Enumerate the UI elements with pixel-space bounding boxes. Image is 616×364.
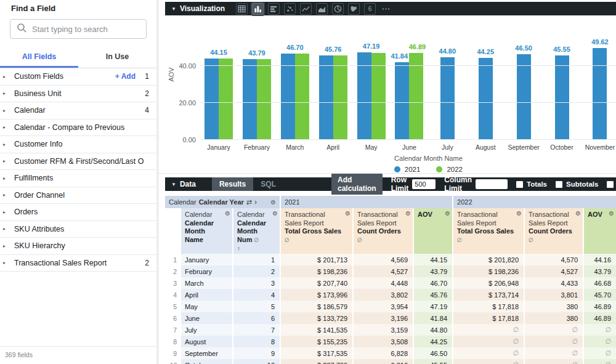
expand-arrow-icon[interactable]: ▸ (3, 74, 10, 79)
cell[interactable]: May (180, 301, 233, 312)
cell[interactable]: 8 (233, 336, 280, 347)
cell[interactable]: ∅ (524, 359, 583, 364)
cell[interactable]: 46.89 (583, 301, 616, 312)
row-totals-checkbox[interactable] (607, 181, 614, 188)
cell[interactable]: $ 17,818 (453, 312, 524, 324)
cell[interactable]: June (180, 312, 233, 324)
cell[interactable]: $ 17,818 (453, 301, 524, 312)
cell[interactable]: $ 173,996 (280, 289, 353, 301)
cell[interactable]: 7 (233, 324, 280, 336)
cell[interactable]: $ 201,713 (280, 254, 353, 265)
search-input[interactable] (32, 25, 140, 34)
cell[interactable]: 6 (233, 312, 280, 324)
cell[interactable]: 4 (233, 289, 280, 301)
cell[interactable]: 45.76 (413, 289, 453, 301)
cell[interactable]: 45.70 (583, 289, 616, 301)
add-custom-field-button[interactable]: + Add (115, 72, 136, 81)
cell[interactable]: 9 (233, 347, 280, 359)
column-limit-input[interactable] (476, 179, 508, 189)
add-calculation-button[interactable]: Add calculation (331, 174, 383, 195)
cell[interactable]: 2 (233, 265, 280, 277)
cell[interactable]: 3,159 (353, 324, 413, 336)
expand-arrow-icon[interactable]: ▸ (3, 158, 10, 164)
cell[interactable]: 4,527 (524, 265, 583, 277)
cell[interactable]: 46.50 (413, 347, 453, 359)
cell[interactable]: $ 198,236 (280, 265, 353, 277)
legend-item-2021[interactable]: 2021 (394, 166, 421, 173)
sidebar-item-fulfillments[interactable]: ▸Fulfillments (0, 170, 156, 187)
column-header-aov[interactable]: AOV⚙ (413, 208, 453, 254)
cell[interactable]: $ 141,535 (280, 324, 353, 336)
cell[interactable]: February (180, 265, 233, 277)
sidebar-item-sku-hierarchy[interactable]: ▸SKU Hierarchy (0, 238, 156, 255)
sidebar-item-calendar-compare-to-previous[interactable]: ▸Calendar - Compare to Previous (0, 119, 156, 137)
bar-2021-april[interactable] (319, 55, 333, 140)
sidebar-item-orders[interactable]: ▸Orders (0, 204, 156, 221)
cell[interactable]: 41.84 (413, 312, 453, 324)
cell[interactable]: $ 317,535 (280, 347, 353, 359)
cell[interactable]: 44.25 (413, 336, 453, 347)
viz-type-bar-icon[interactable] (268, 3, 280, 15)
cell[interactable]: 44.16 (583, 254, 616, 265)
expand-arrow-icon[interactable]: ▸ (3, 209, 10, 215)
cell[interactable]: 1 (233, 254, 280, 265)
cell[interactable]: 4,527 (353, 265, 413, 277)
column-header-calendar-month-name[interactable]: CalendarCalendar Month Name⚙ (180, 208, 233, 254)
cell[interactable]: ∅ (524, 324, 583, 336)
bar-2021-october[interactable] (555, 55, 569, 140)
row-limit-input[interactable] (412, 179, 436, 189)
cell[interactable]: July (180, 324, 233, 336)
column-gear-icon[interactable]: ⚙ (272, 210, 278, 217)
expand-arrow-icon[interactable]: ▸ (3, 91, 10, 96)
expand-arrow-icon[interactable]: ▸ (3, 124, 10, 130)
cell[interactable]: 4,433 (524, 277, 583, 289)
column-gear-icon[interactable]: ⚙ (225, 210, 230, 217)
sidebar-item-calendar[interactable]: ▸Calendar4 (0, 102, 156, 119)
cell[interactable]: April (180, 289, 233, 301)
viz-type-more-icon[interactable] (380, 3, 392, 15)
viz-type-scatter-icon[interactable] (284, 3, 296, 15)
cell[interactable]: ∅ (583, 324, 616, 336)
cell[interactable]: 3 (233, 277, 280, 289)
cell[interactable]: 5 (233, 301, 280, 312)
expand-arrow-icon[interactable]: ▸ (3, 108, 10, 113)
cell[interactable]: ∅ (583, 347, 616, 359)
sidebar-item-transactional-sales-report[interactable]: ▸Transactional Sales Report2 (0, 255, 156, 272)
viz-type-area-icon[interactable] (316, 3, 328, 15)
column-gear-icon[interactable]: ⚙ (575, 210, 581, 217)
bar-2021-june[interactable] (395, 62, 409, 140)
bar-2021-january[interactable] (205, 59, 219, 140)
cell[interactable]: 3,196 (353, 312, 413, 324)
sort-ascending-icon[interactable]: ↑ (237, 245, 271, 252)
tab-results[interactable]: Results (212, 177, 253, 191)
cell[interactable]: ∅ (453, 324, 524, 336)
cell[interactable]: ∅ (524, 347, 583, 359)
expand-arrow-icon[interactable]: ▸ (3, 260, 10, 265)
viz-type-single-value-icon[interactable]: 6 (364, 3, 376, 15)
viz-type-map-icon[interactable] (348, 3, 360, 15)
expand-arrow-icon[interactable]: ▸ (3, 192, 10, 198)
cell[interactable]: 44.80 (413, 324, 453, 336)
legend-item-2022[interactable]: 2022 (436, 166, 463, 173)
column-header-count-orders[interactable]: Transactional Sales ReportCount Orders ∅… (524, 208, 583, 254)
cell[interactable]: 380 (524, 301, 583, 312)
cell[interactable]: 3,802 (353, 289, 413, 301)
cell[interactable]: 46.89 (583, 312, 616, 324)
subtotals-checkbox-label[interactable]: Subtotals (566, 180, 598, 188)
data-toolbar-title[interactable]: Data (180, 180, 196, 188)
cell[interactable]: 4,570 (524, 254, 583, 265)
visualization-toolbar-title[interactable]: Visualization (180, 4, 225, 13)
column-gear-icon[interactable]: ⚙ (345, 210, 351, 217)
pivot-header-calendar-year[interactable]: Calendar Calendar Year ⇄ › ⚙ (165, 196, 280, 208)
column-header-total-gross-sales[interactable]: Transactional Sales ReportTotal Gross Sa… (280, 208, 353, 254)
bar-2021-september[interactable] (517, 54, 531, 140)
column-header-total-gross-sales[interactable]: Transactional Sales ReportTotal Gross Sa… (453, 208, 524, 254)
chevron-right-icon[interactable]: › (254, 198, 257, 206)
cell[interactable]: ∅ (583, 359, 616, 364)
cell[interactable]: 4,448 (353, 277, 413, 289)
cell[interactable]: ∅ (453, 347, 524, 359)
column-header-calendar-month-num[interactable]: CalendarCalendar Month Num ∅↑⚙ (233, 208, 280, 254)
cell[interactable]: 380 (524, 312, 583, 324)
bar-2021-august[interactable] (479, 58, 493, 140)
cell[interactable]: $ 155,235 (280, 336, 353, 347)
